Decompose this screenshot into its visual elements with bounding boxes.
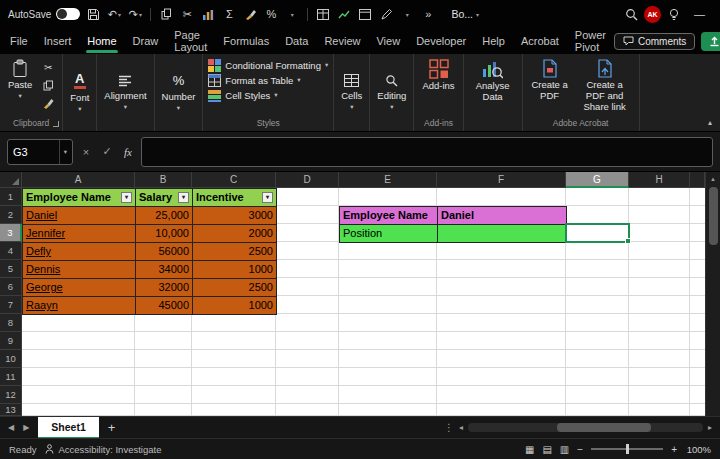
cell[interactable] [690, 260, 705, 278]
cell[interactable] [339, 188, 437, 206]
share-button[interactable] [701, 32, 720, 51]
horizontal-scroll-thumb[interactable] [557, 423, 651, 432]
cell[interactable] [690, 296, 705, 314]
cell[interactable] [566, 188, 629, 206]
cell[interactable] [566, 260, 629, 278]
cell-A7[interactable]: Raayn [23, 297, 136, 315]
table-button[interactable] [315, 5, 331, 23]
cell[interactable] [135, 368, 192, 386]
filter-dropdown[interactable]: ▾ [262, 192, 273, 203]
cell[interactable] [437, 242, 566, 260]
cell[interactable] [690, 224, 705, 242]
active-cell-G3[interactable] [565, 223, 630, 243]
zoom-out-button[interactable]: − [577, 444, 583, 455]
cell[interactable] [276, 368, 339, 386]
cell[interactable] [629, 224, 690, 242]
cell-A4[interactable]: Defly [23, 243, 136, 261]
cell[interactable] [192, 350, 276, 368]
cell[interactable] [339, 350, 437, 368]
cell[interactable] [566, 350, 629, 368]
splitter-handle[interactable]: ⋮ [444, 422, 454, 433]
cell[interactable] [192, 404, 276, 416]
cell[interactable] [629, 368, 690, 386]
number-button[interactable]: % Number ▾ [162, 73, 196, 112]
row-header-6[interactable]: 6 [0, 278, 22, 296]
autosum-button[interactable]: Σ [221, 5, 237, 23]
cell-F3[interactable] [438, 225, 567, 243]
cell-styles-button[interactable]: Cell Styles ▾ [206, 89, 330, 102]
cell[interactable] [276, 350, 339, 368]
tab-developer[interactable]: Developer [408, 28, 474, 54]
cell[interactable] [339, 404, 437, 416]
cell[interactable] [690, 206, 705, 224]
cell[interactable] [339, 368, 437, 386]
sheet-nav-left[interactable]: ◀ [8, 423, 14, 432]
cell[interactable] [437, 188, 566, 206]
enter-button[interactable]: ✓ [99, 145, 115, 158]
cell[interactable] [566, 278, 629, 296]
qat-more-button[interactable]: ▾ [284, 5, 300, 23]
cell-C4[interactable]: 2500 [193, 243, 277, 261]
cell[interactable] [339, 260, 437, 278]
search-button[interactable] [623, 5, 639, 23]
row-header-7[interactable]: 7 [0, 296, 22, 314]
cell-B3[interactable]: 10,000 [136, 225, 193, 243]
clipboard-dialog-launcher[interactable] [53, 121, 59, 127]
cell[interactable] [690, 242, 705, 260]
cell[interactable] [566, 296, 629, 314]
cell[interactable] [339, 386, 437, 404]
row-header-13[interactable]: 13 [0, 404, 22, 416]
cell[interactable] [437, 314, 566, 332]
cell-C6[interactable]: 2500 [193, 279, 277, 297]
insert-function-button[interactable]: fx [120, 146, 136, 158]
cell[interactable] [22, 386, 135, 404]
column-header-D[interactable]: D [276, 172, 339, 188]
vertical-scroll-thumb[interactable] [709, 187, 718, 245]
cell[interactable] [276, 332, 339, 350]
column-header-E[interactable]: E [339, 172, 437, 188]
save-button[interactable] [85, 5, 101, 23]
tab-page-layout[interactable]: Page Layout [166, 28, 215, 54]
copy-button[interactable] [158, 5, 174, 23]
workbook-title[interactable]: Bo...▾ [451, 8, 479, 20]
add-sheet-button[interactable]: + [108, 420, 116, 435]
cell[interactable] [629, 278, 690, 296]
row-header-2[interactable]: 2 [0, 206, 22, 224]
fill-handle[interactable] [625, 238, 631, 244]
cell[interactable] [566, 386, 629, 404]
tab-review[interactable]: Review [316, 28, 368, 54]
format-as-table-button[interactable]: Format as Table ▾ [206, 74, 330, 87]
cell[interactable] [192, 368, 276, 386]
zoom-level[interactable]: 100% [685, 444, 711, 455]
horizontal-scrollbar[interactable]: ⋮ ◂ ▸ [444, 422, 712, 433]
cell[interactable] [135, 350, 192, 368]
cell[interactable] [135, 404, 192, 416]
cell[interactable] [22, 368, 135, 386]
row-header-11[interactable]: 11 [0, 368, 22, 386]
cell[interactable] [690, 188, 705, 206]
avatar[interactable]: AK [644, 6, 661, 23]
cell-B1[interactable]: Salary ▾ [136, 189, 193, 207]
cancel-button[interactable]: × [78, 146, 94, 158]
sheet-tab-sheet1[interactable]: Sheet1 [38, 417, 98, 439]
cell[interactable] [629, 206, 690, 224]
column-header-G[interactable]: G [566, 172, 629, 188]
line-chart-button[interactable] [336, 5, 352, 23]
cell[interactable] [566, 404, 629, 416]
cell[interactable] [437, 404, 566, 416]
cell[interactable] [437, 368, 566, 386]
cell-F2[interactable]: Daniel [438, 207, 567, 225]
cell[interactable] [276, 224, 339, 242]
column-header-H[interactable]: H [629, 172, 690, 188]
cell-B6[interactable]: 32000 [136, 279, 193, 297]
cell[interactable] [22, 332, 135, 350]
cell[interactable] [339, 332, 437, 350]
cell[interactable] [690, 368, 705, 386]
cell-E3[interactable]: Position [340, 225, 438, 243]
cell[interactable] [629, 332, 690, 350]
tab-home[interactable]: Home [79, 28, 124, 54]
cell-A3[interactable]: Jennifer [23, 225, 136, 243]
ideas-button[interactable] [666, 5, 682, 23]
redo-button[interactable]: ↷▾ [127, 5, 143, 23]
cut-button[interactable]: ✂ [39, 60, 57, 75]
